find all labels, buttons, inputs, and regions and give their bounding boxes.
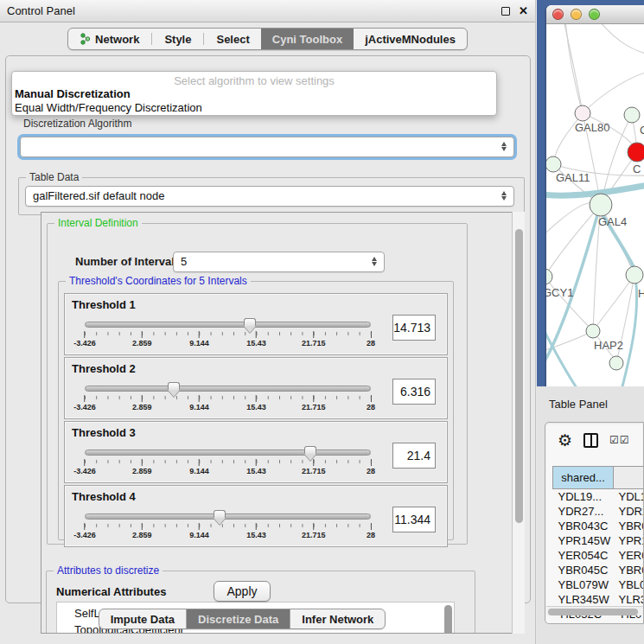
network-window-titlebar[interactable] (546, 5, 644, 24)
settings-scroll-panel: Interval Definition Number of Intervals … (41, 212, 525, 634)
slider-track[interactable] (85, 386, 371, 392)
node-label-gcy1: GCY1 (546, 286, 573, 299)
bottom-tab-discretize-data[interactable]: Discretize Data (187, 609, 290, 628)
tab-separator (203, 33, 204, 45)
zoom-traffic-light[interactable] (589, 9, 600, 20)
tab-select[interactable]: Select (205, 29, 260, 49)
network-canvas[interactable]: GAL80 G. C GAL11 GAL4 GCY1 H HAP2 (546, 24, 644, 386)
table-cell[interactable]: YDL1 (614, 489, 644, 504)
table-cell[interactable]: YDL19... (553, 489, 614, 504)
node-bottom-partial[interactable] (609, 356, 623, 370)
algorithm-combo[interactable] (20, 137, 514, 157)
table-cell[interactable]: YBR045C (553, 563, 614, 577)
node-label-gal4: GAL4 (598, 215, 627, 228)
close-traffic-light[interactable] (552, 9, 564, 20)
node-gal11[interactable] (546, 156, 561, 172)
tab-network[interactable]: Network (68, 29, 150, 49)
scrollbar-thumb[interactable] (515, 229, 523, 523)
table-cell[interactable]: YPR1 (614, 533, 644, 548)
tick-label: 21.715 (302, 331, 326, 348)
minimize-traffic-light[interactable] (571, 9, 582, 20)
table-row[interactable]: YBR043CYBR0 (553, 519, 644, 533)
table-row[interactable]: YDL19...YDL1 (553, 489, 644, 504)
apply-button[interactable]: Apply (214, 581, 271, 602)
table-row[interactable]: YBL079WYBL0 (553, 577, 644, 592)
threshold-value-field[interactable]: 6.316 (392, 379, 436, 405)
checkbox-icons[interactable]: ☑☑ (609, 435, 630, 445)
network-icon (80, 33, 91, 45)
bottom-tab-impute-data[interactable]: Impute Data (99, 609, 187, 628)
node-gcy1[interactable] (546, 269, 552, 284)
tick-label: 2.859 (132, 395, 152, 411)
number-of-intervals-combo[interactable]: 5 (173, 252, 385, 272)
column-header[interactable]: na... (614, 467, 644, 489)
table-horizontal-scrollbar[interactable] (546, 606, 644, 615)
threshold-container: Threshold 1-3.4262.8599.14415.4321.71528… (59, 293, 453, 547)
table-row[interactable]: YLR345WYLR3 (553, 592, 644, 607)
tab-style[interactable]: Style (153, 29, 202, 49)
node-hap2[interactable] (586, 324, 600, 338)
table-cell[interactable]: YDR2 (614, 504, 644, 519)
popup-option-equal-width-frequency[interactable]: Equal Width/Frequency Discretization (12, 101, 496, 115)
threshold-slider[interactable]: -3.4262.8599.14415.4321.71528 (85, 322, 371, 351)
tick-label: -3.426 (73, 523, 96, 539)
popup-option-manual-discretization[interactable]: Manual Discretization (12, 87, 496, 101)
table-cell[interactable]: YLR345W (553, 592, 614, 607)
slider-track[interactable] (85, 513, 371, 520)
settings-vertical-scrollbar[interactable] (512, 212, 525, 634)
column-header[interactable]: shared... (553, 467, 614, 489)
table-cell[interactable]: YPR145W (553, 533, 614, 548)
float-window-icon[interactable] (501, 7, 510, 16)
network-window-frame: GAL80 G. C GAL11 GAL4 GCY1 H HAP2 (537, 0, 644, 386)
table-cell[interactable]: YLR3 (614, 592, 644, 607)
scrollbar-thumb[interactable] (548, 609, 638, 615)
table-row[interactable]: YBR045CYBR0 (553, 563, 644, 577)
threshold-slider[interactable]: -3.4262.8599.14415.4321.71528 (85, 386, 371, 415)
node-h[interactable] (626, 266, 643, 284)
threshold-slider[interactable]: -3.4262.8599.14415.4321.71528 (85, 513, 371, 543)
threshold-value-field[interactable]: 21.4 (392, 443, 436, 469)
node-label-gal11: GAL11 (556, 171, 590, 184)
threshold-label: Threshold 3 (72, 426, 136, 439)
interval-definition-group: Interval Definition Number of Intervals … (47, 223, 468, 545)
control-panel-titlebar: Control Panel ✕ (0, 0, 535, 22)
table-cell[interactable]: YER054C (553, 548, 614, 563)
table-cell[interactable]: YBL079W (553, 577, 614, 592)
combo-arrows-icon (500, 190, 508, 204)
threshold-value-field[interactable]: 14.713 (392, 315, 436, 341)
number-of-intervals-label: Number of Intervals (75, 255, 181, 268)
tick-label: 28 (367, 459, 375, 475)
threshold-label: Threshold 1 (72, 298, 136, 311)
table-cell[interactable]: YER0 (614, 548, 644, 563)
node-top-right[interactable] (624, 107, 640, 123)
table-cell[interactable]: YBR043C (553, 519, 614, 533)
threshold-slider[interactable]: -3.4262.8599.14415.4321.71528 (85, 450, 371, 479)
attributes-group-title: Attributes to discretize (54, 564, 163, 577)
table-data-combo[interactable]: galFiltered.sif default node (25, 186, 514, 207)
table-cell[interactable]: YBL0 (614, 577, 644, 592)
tick-label: 21.715 (302, 459, 326, 475)
table-cell[interactable]: YBR0 (614, 563, 644, 577)
tab-jactivemnodules[interactable]: jActiveMNodules (354, 29, 467, 49)
node-red-selected[interactable] (628, 143, 644, 162)
node-gal4[interactable] (590, 194, 612, 216)
tab-cyni-toolbox[interactable]: Cyni Toolbox (261, 29, 354, 49)
table-cell[interactable]: YDR27... (553, 504, 614, 519)
table-row[interactable]: YER054CYER0 (553, 548, 644, 563)
table-row[interactable]: YPR145WYPR1 (553, 533, 644, 548)
tick-label: 9.144 (189, 459, 209, 475)
threshold-value-field[interactable]: 11.344 (392, 507, 436, 532)
table-row[interactable]: YDR27...YDR2 (553, 504, 644, 519)
slider-ruler: -3.4262.8599.14415.4321.71528 (85, 523, 371, 542)
node-gal80[interactable] (575, 105, 590, 121)
table-cell[interactable]: YBR0 (614, 519, 644, 533)
bottom-tab-infer-network[interactable]: Infer Network (290, 609, 385, 628)
node-table: shared...na... YDL19...YDL1YDR27...YDR2Y… (552, 466, 644, 622)
slider-track[interactable] (85, 322, 371, 328)
slider-track[interactable] (85, 450, 371, 456)
screen: Control Panel ✕ NetworkStyleSelectCyni T… (0, 0, 644, 644)
gear-icon[interactable]: ⚙ (558, 432, 572, 449)
split-columns-icon[interactable] (583, 433, 598, 448)
tab-label: jActiveMNodules (365, 33, 456, 46)
close-icon[interactable]: ✕ (519, 5, 528, 16)
